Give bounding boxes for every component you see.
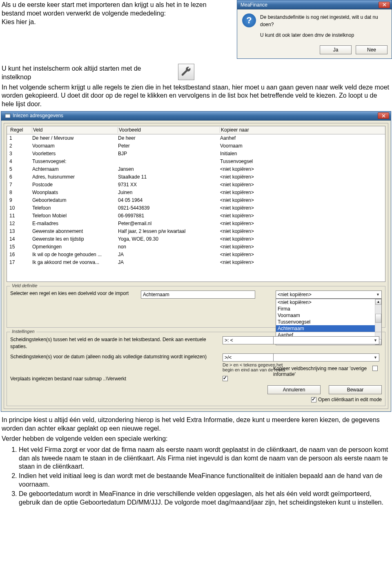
list-item[interactable]: Voornaam [276, 312, 375, 319]
velddef-input[interactable] [141, 290, 255, 299]
list-item: De geboortedatum wordt in MeaFinance in … [19, 490, 392, 507]
table-row[interactable]: 11Telefoon Mobiel06-9997881<niet kopiëre… [7, 212, 385, 220]
table-row[interactable]: 15Opmerkingennon<niet kopiëren> [7, 243, 385, 251]
header-veld: Veld [32, 127, 118, 133]
inlezen-window: Inlezen adresgegevens Regel Veld Voorbee… [1, 111, 391, 412]
header-regel: Regel [9, 127, 32, 133]
table-row[interactable]: 2VoornaamPeterVoornaam [7, 142, 385, 150]
dialog-message-1: De bestandsdefinitie is nog niet ingeste… [260, 13, 387, 28]
header-voorbeeld: Voorbeeld [118, 127, 220, 133]
outro-list: Het veld Firma zorgt er voor dat de firm… [7, 446, 392, 507]
dialog-title: MeaFinance [241, 2, 378, 8]
wrench-icon[interactable] [178, 64, 194, 80]
outro-p1: In principe kiest u altijd één veld, uit… [0, 415, 392, 434]
paragraph-3: In het volgende scherm krijgt u alle reg… [0, 83, 392, 109]
inst-r3-label: Verplaats ingelezen bestand naar submap … [10, 375, 218, 382]
outro-p2: Verder hebben de volgende velden een spe… [0, 434, 392, 444]
separator-input[interactable] [223, 336, 276, 344]
list-item: Het veld Firma zorgt er voor dat de firm… [19, 446, 392, 471]
inst-right-select-1[interactable]: ▼ [273, 336, 379, 344]
table-row[interactable]: 16Ik wil op de hoogte gehouden ...JA<nie… [7, 251, 385, 259]
velddef-label: Selecter een regel en kies een doelveld … [10, 290, 137, 297]
velddef-legend: Veld definitie [10, 283, 39, 288]
copy-desc-checkbox[interactable] [372, 366, 378, 371]
open-editmode-checkbox[interactable] [311, 397, 316, 402]
table-row[interactable]: 4Tussenvoegsel:Tussenvoegsel [7, 158, 385, 165]
dialog-message-2: U kunt dit ook later doen dmv de instelk… [260, 31, 387, 39]
open-editmode-label: Open cliëntkaart in edit mode [318, 397, 382, 402]
table-row[interactable]: 10Telefoon0921-5443639<niet kopiëren> [7, 204, 385, 212]
move-file-checkbox[interactable] [223, 376, 228, 381]
table-row[interactable]: 17Ik ga akkoord met de voorwa...JA<niet … [7, 259, 385, 266]
paragraph-2: U kunt het instelscherm ook altijd start… [0, 64, 172, 83]
yes-button[interactable]: Ja [320, 45, 352, 54]
velddef-select[interactable]: <niet kopiëren> ▼ [276, 290, 382, 299]
scroll-up-icon[interactable]: ▲ [375, 299, 381, 305]
table-row[interactable]: 13Gewenste abonnementHalf jaar, 2 lessen… [7, 228, 385, 235]
list-item[interactable]: Firma [276, 306, 375, 312]
no-button[interactable]: Nee [356, 45, 388, 54]
list-item[interactable]: Achternaam [276, 325, 375, 332]
chevron-down-icon: ▼ [374, 355, 377, 360]
inst-r2-label: Scheidingsteken(s) voor de datum (alleen… [10, 353, 218, 360]
list-item[interactable]: Tussenvoegsel [276, 319, 375, 325]
copy-desc-label: Kopieer veldbeschrijving mee naar 'overi… [273, 366, 372, 377]
list-item[interactable]: <niet kopiëren> [276, 299, 375, 306]
table-row[interactable]: 7Postcode9731 XX<niet kopiëren> [7, 181, 385, 189]
window-icon [4, 112, 11, 119]
window-title: Inlezen adresgegevens [13, 113, 377, 118]
table-row[interactable]: 12E-mailadresPeter@email.nl<niet kopiëre… [7, 220, 385, 228]
date-separator-input[interactable] [223, 353, 276, 362]
cancel-button[interactable]: Annuleren [267, 385, 321, 394]
save-button[interactable]: Bewaar [329, 385, 382, 394]
table-header: Regel Veld Voorbeeld Kopieer naar [7, 126, 385, 134]
messagebox-dialog: MeaFinance ? De bestandsdefinitie is nog… [237, 0, 392, 59]
svg-rect-1 [5, 114, 10, 115]
table-row[interactable]: 14Gewenste les en tijdstipYoga, WOE, 09.… [7, 235, 385, 243]
intro-paragraph: Als u de eerste keer start met importere… [0, 0, 232, 27]
close-icon[interactable] [378, 112, 389, 119]
inst-legend: Instellingen [10, 329, 36, 334]
table-row[interactable]: 5AchternaamJansen<niet kopiëren> [7, 165, 385, 173]
header-kopieer: Kopieer naar [220, 127, 383, 133]
table-row[interactable]: 6Adres, huisnummerStaalkade 11<niet kopi… [7, 173, 385, 181]
scroll-thumb[interactable] [375, 314, 381, 323]
veld-definitie-group: Veld definitie Selecter een regel en kie… [7, 286, 385, 328]
list-item: Indien het veld initiaal leeg is dan wor… [19, 472, 392, 489]
table-row[interactable]: 9Geboortedatum04 05 1964<niet kopiëren> [7, 197, 385, 204]
table-row[interactable]: 1De heer / MevrouwDe heerAanhef [7, 134, 385, 142]
velddef-select-value: <niet kopiëren> [278, 292, 312, 297]
inst-right-select-2[interactable]: ▼ [273, 353, 379, 362]
instellingen-group: Instellingen Scheidingsteken(s) tussen h… [7, 332, 385, 406]
chevron-down-icon: ▼ [376, 293, 380, 297]
table-row[interactable]: 8WoonplaatsJuinen<niet kopiëren> [7, 189, 385, 197]
chevron-down-icon: ▼ [374, 338, 377, 342]
table-row[interactable]: 3VoorlettersBJPInitialen [7, 150, 385, 158]
inst-r1-label: Scheidingsteken(s) tussen het veld en de… [10, 336, 218, 350]
question-icon: ? [242, 13, 256, 27]
field-mapping-table[interactable]: Regel Veld Voorbeeld Kopieer naar 1De he… [7, 126, 385, 282]
close-icon[interactable] [379, 2, 390, 8]
